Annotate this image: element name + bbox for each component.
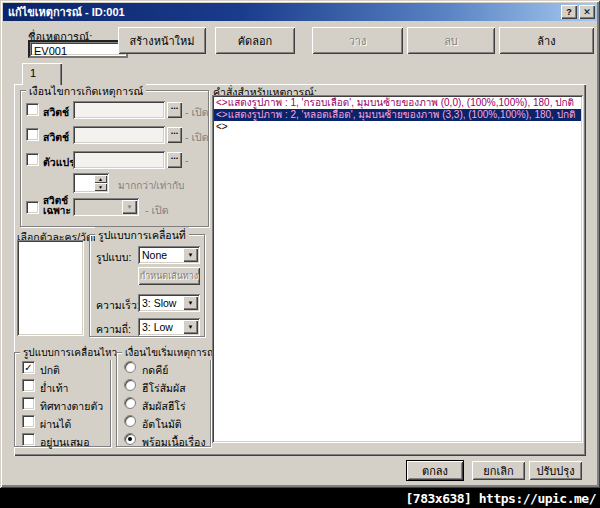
command-row[interactable]: <> [214, 121, 581, 133]
animation-group: รูปแบบการเคลื่อนไหว ✓ ปกติ ย่ำเท้า ทิศทา… [14, 352, 111, 447]
animation-passable-label: ผ่านได้ [40, 416, 71, 433]
frequency-value: 3: Low [142, 321, 173, 333]
conditions-group: เงื่อนไขการเกิดเหตุการณ์ สวิตช์ ... - เป… [20, 90, 209, 227]
switch1-field[interactable] [73, 101, 165, 119]
switch1-checkbox[interactable] [26, 103, 39, 116]
switch2-checkbox[interactable] [26, 128, 39, 141]
new-page-button[interactable]: สร้างหน้าใหม่ [118, 27, 206, 54]
variable-amount-spinner[interactable]: ▲ ▼ [73, 173, 109, 193]
switch1-browse-icon[interactable]: ... [167, 102, 182, 118]
trigger-auto-radio[interactable] [124, 415, 136, 427]
window-title: แก้ไขเหตุการณ์ - ID:001 [3, 3, 561, 21]
animation-group-title: รูปแบบการเคลื่อนไหว [20, 345, 120, 360]
help-icon[interactable]: ? [561, 5, 577, 19]
comparison-label: มากกว่า/เท่ากับ [118, 178, 184, 193]
command-row[interactable]: <>แสดงรูปภาพ : 1, 'กรอบเลือด', มุมบนซ้าย… [214, 97, 581, 109]
switch2-browse-icon[interactable]: ... [167, 127, 182, 143]
pattern-dropdown-icon[interactable]: ▼ [183, 248, 198, 262]
trigger-hero-touch-radio[interactable] [124, 379, 136, 391]
variable-label: ตัวแปร [43, 154, 75, 171]
edit-event-dialog: แก้ไขเหตุการณ์ - ID:001 ? ✕ ชื่อเหตุการณ… [0, 0, 600, 488]
pattern-label: รูปแบบ: [96, 249, 131, 266]
variable-field[interactable] [73, 151, 165, 169]
animation-always-on-top-checkbox[interactable] [22, 433, 35, 446]
variable-checkbox[interactable] [26, 153, 39, 166]
commands-list[interactable]: <>แสดงรูปภาพ : 1, 'กรอบเลือด', มุมบนซ้าย… [212, 95, 583, 443]
trigger-parallel-label: พร้อมเนื้อเรื่อง [142, 434, 206, 451]
speed-dropdown-icon[interactable]: ▼ [183, 296, 198, 310]
copy-button[interactable]: คัดลอก [215, 27, 295, 54]
special-switch-checkbox[interactable] [26, 201, 39, 214]
trigger-hero-touch-label: ฮีโร่สัมผัส [142, 380, 186, 397]
ok-button[interactable]: ตกลง [407, 461, 463, 480]
paste-button: วาง [312, 27, 403, 54]
title-bar[interactable]: แก้ไขเหตุการณ์ - ID:001 ? ✕ [3, 3, 597, 21]
spin-down-icon[interactable]: ▼ [94, 183, 107, 191]
frequency-combo[interactable]: 3: Low ▼ [138, 318, 200, 336]
pattern-value: None [142, 249, 167, 261]
tab-page-1[interactable]: 1 [22, 63, 62, 85]
watermark-bar: [783x638] https://upic.me/ [0, 488, 600, 508]
animation-fixed-direction-checkbox[interactable] [22, 397, 35, 410]
watermark-text: [783x638] https://upic.me/ [406, 491, 600, 506]
trigger-key-press-label: กดคีย์ [142, 362, 168, 379]
frequency-dropdown-icon[interactable]: ▼ [183, 320, 198, 334]
special-switch-state-label: - เปิด [145, 202, 169, 219]
trigger-parallel-radio[interactable] [124, 433, 136, 445]
movement-group-title: รูปแบบการเคลื่อนที่ [95, 227, 189, 244]
spin-up-icon[interactable]: ▲ [94, 175, 107, 183]
special-switch-label: สวิตช์ เฉพาะ [43, 196, 71, 216]
define-route-button: กำหนดเส้นทาง [138, 267, 200, 285]
animation-normal-checkbox[interactable]: ✓ [22, 361, 35, 374]
pattern-combo[interactable]: None ▼ [138, 246, 200, 264]
apply-button[interactable]: ปรับปรุง [529, 461, 582, 480]
delete-button: ลบ [407, 27, 495, 54]
speed-combo[interactable]: 3: Slow ▼ [138, 294, 200, 312]
trigger-group-title: เงื่อนไขเริ่มเหตุการณ์ [122, 345, 219, 360]
animation-passable-checkbox[interactable] [22, 415, 35, 428]
event-name-input[interactable] [28, 40, 128, 58]
conditions-group-title: เงื่อนไขการเกิดเหตุการณ์ [26, 83, 146, 100]
cancel-button[interactable]: ยกเลิก [472, 461, 525, 480]
clear-button[interactable]: ล้าง [499, 27, 594, 54]
movement-group: รูปแบบการเคลื่อนที่ รูปแบบ: None ▼ กำหนด… [89, 234, 205, 337]
check-icon: ✓ [24, 363, 32, 373]
special-switch-combo[interactable]: ▼ [73, 198, 139, 216]
switch1-state-label: - เปิด [185, 104, 209, 121]
animation-normal-label: ปกติ [40, 362, 60, 379]
switch2-state-label: - เปิด [185, 129, 209, 146]
trigger-auto-label: อัตโนมัติ [142, 416, 182, 433]
animation-fixed-direction-label: ทิศทางตายตัว [40, 398, 103, 415]
ok-button-default-ring: ตกลง [406, 460, 464, 481]
frequency-label: ความถี่: [96, 321, 131, 338]
switch2-field[interactable] [73, 126, 165, 144]
switch2-label: สวิตช์ [43, 129, 69, 146]
speed-value: 3: Slow [142, 297, 176, 309]
switch1-label: สวิตช์ [43, 104, 69, 121]
animation-stepping-label: ย่ำเท้า [40, 380, 68, 397]
trigger-touch-hero-label: สัมผัสฮีโร่ [142, 398, 186, 415]
trigger-touch-hero-radio[interactable] [124, 397, 136, 409]
animation-always-on-top-label: อยู่บนเสมอ [40, 434, 90, 451]
command-row-selected[interactable]: <>แสดงรูปภาพ : 2, 'หลอดเลือด', มุมบนซ้าย… [214, 109, 581, 121]
trigger-group: เงื่อนไขเริ่มเหตุการณ์ กดคีย์ ฮีโร่สัมผั… [116, 352, 211, 447]
animation-stepping-checkbox[interactable] [22, 379, 35, 392]
special-switch-label-line2: เฉพาะ [43, 205, 71, 216]
variable-state-label: - [185, 154, 189, 166]
radio-dot [128, 437, 132, 441]
speed-label: ความเร็ว: [96, 297, 140, 314]
trigger-key-press-radio[interactable] [124, 361, 136, 373]
object-picker-list[interactable] [17, 240, 84, 336]
close-icon[interactable]: ✕ [579, 5, 595, 19]
variable-browse-icon[interactable]: ... [167, 152, 182, 168]
special-switch-dropdown-icon[interactable]: ▼ [122, 200, 137, 214]
